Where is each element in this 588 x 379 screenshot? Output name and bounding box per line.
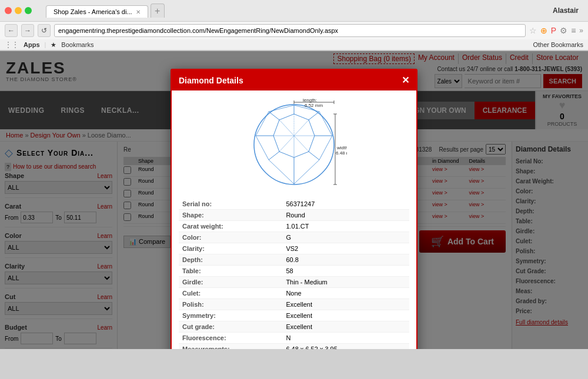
star-icon[interactable]: ☆ (529, 26, 537, 35)
svg-line-14 (269, 160, 294, 184)
svg-text:length:: length: (303, 98, 317, 103)
modal-field-value-1: Round (282, 210, 409, 221)
modal-field-label-1: Shape: (179, 210, 282, 221)
modal-field-label-13: Measurements: (179, 344, 282, 350)
close-window-btn[interactable] (5, 7, 12, 14)
bookmark-star-icon: ★ (51, 41, 56, 49)
svg-text:6.52 mm: 6.52 mm (305, 103, 323, 108)
modal-field-value-10: Excellent (282, 310, 409, 321)
modal-field-label-6: Table: (179, 266, 282, 277)
modal-overlay: Diamond Details ✕ (0, 51, 588, 349)
svg-line-13 (294, 160, 319, 184)
modal-field-label-8: Culet: (179, 288, 282, 299)
svg-line-21 (294, 136, 309, 152)
diamond-diagram-svg: length: 6.52 mm width: 6.48 mm (241, 98, 347, 192)
tab-title: Shop Zales - America's di... (54, 8, 132, 15)
refresh-btn[interactable]: ↺ (38, 24, 51, 37)
new-tab-btn[interactable]: + (151, 4, 165, 18)
url-bar[interactable] (54, 24, 526, 37)
modal-field-label-0: Serial no: (179, 199, 282, 210)
modal-field-label-9: Polish: (179, 299, 282, 310)
svg-line-9 (269, 112, 279, 120)
browser-chrome: Shop Zales - America's di... ✕ + Alastai… (0, 0, 588, 51)
modal-field-label-10: Symmetry: (179, 310, 282, 321)
modal-field-value-7: Thin - Medium (282, 277, 409, 288)
apps-grid-icon[interactable]: ⋮⋮ (5, 41, 19, 49)
modal-field-value-3: G (282, 232, 409, 243)
svg-line-5 (309, 152, 319, 160)
modal-field-value-2: 1.01.CT (282, 221, 409, 232)
svg-line-7 (269, 152, 279, 160)
bookmarks-bar: ⋮⋮ Apps | ★ Bookmarks Other Bookmarks (0, 39, 588, 51)
maximize-window-btn[interactable] (25, 7, 32, 14)
modal-field-value-5: 60.8 (282, 254, 409, 266)
modal-field-value-11: Excellent (282, 321, 409, 333)
active-tab[interactable]: Shop Zales - America's di... ✕ (46, 5, 148, 18)
svg-line-23 (279, 136, 294, 152)
other-bookmarks-link[interactable]: Other Bookmarks (533, 41, 583, 48)
nav-bar: ← → ↺ ☆ ⊕ P ⚙ ≡ » (0, 21, 588, 39)
svg-line-16 (256, 112, 269, 136)
bookmark-icon[interactable]: ⊕ (540, 26, 547, 35)
svg-line-3 (309, 112, 319, 120)
svg-line-12 (319, 136, 332, 160)
modal-details-table: Serial no:56371247Shape:RoundCarat weigh… (179, 199, 409, 349)
forward-btn[interactable]: → (21, 24, 34, 37)
modal-close-btn[interactable]: ✕ (402, 75, 409, 86)
pinterest-icon[interactable]: P (551, 26, 556, 35)
back-btn[interactable]: ← (5, 24, 18, 37)
modal-field-label-5: Depth: (179, 254, 282, 266)
page-content: ZALES THE DIAMOND STORE® Shopping Bag (0… (0, 51, 588, 349)
modal-body: length: 6.52 mm width: 6.48 mm Serial no… (172, 90, 416, 349)
modal-field-value-8: None (282, 288, 409, 299)
modal-field-value-13: 6.48 x 6.52 x 3.95 (282, 344, 409, 350)
modal-header: Diamond Details ✕ (172, 70, 416, 90)
svg-line-11 (319, 112, 332, 136)
svg-text:width:: width: (336, 145, 347, 150)
bookmarks-link[interactable]: Bookmarks (61, 41, 93, 48)
modal-field-label-12: Fluorescence: (179, 333, 282, 344)
modal-field-value-12: N (282, 333, 409, 344)
user-label: Alastair (553, 6, 583, 15)
modal-field-label-7: Girdle: (179, 277, 282, 288)
modal-field-label-4: Clarity: (179, 243, 282, 254)
diamond-diagram: length: 6.52 mm width: 6.48 mm (179, 98, 409, 192)
traffic-lights (5, 7, 32, 14)
apps-link[interactable]: Apps (24, 41, 40, 48)
modal-field-value-6: 58 (282, 266, 409, 277)
modal-field-label-2: Carat weight: (179, 221, 282, 232)
ext-icon[interactable]: ⚙ (560, 26, 567, 35)
diamond-details-modal: Diamond Details ✕ (171, 69, 417, 349)
tab-bar: Shop Zales - America's di... ✕ + (41, 4, 549, 18)
modal-field-value-4: VS2 (282, 243, 409, 254)
modal-title: Diamond Details (179, 76, 243, 85)
svg-line-17 (269, 105, 294, 112)
modal-field-label-11: Cut grade: (179, 321, 282, 333)
svg-text:6.48 mm: 6.48 mm (336, 150, 347, 156)
modal-field-label-3: Color: (179, 232, 282, 243)
minimize-window-btn[interactable] (15, 7, 22, 14)
title-bar: Shop Zales - America's di... ✕ + Alastai… (0, 0, 588, 21)
svg-line-15 (256, 136, 269, 160)
modal-field-value-9: Excellent (282, 299, 409, 310)
more-icon[interactable]: » (579, 26, 583, 35)
tab-close-icon[interactable]: ✕ (136, 9, 141, 15)
menu-icon[interactable]: ≡ (571, 26, 576, 35)
svg-line-25 (279, 120, 294, 136)
modal-field-value-0: 56371247 (282, 199, 409, 210)
svg-line-19 (294, 120, 309, 136)
